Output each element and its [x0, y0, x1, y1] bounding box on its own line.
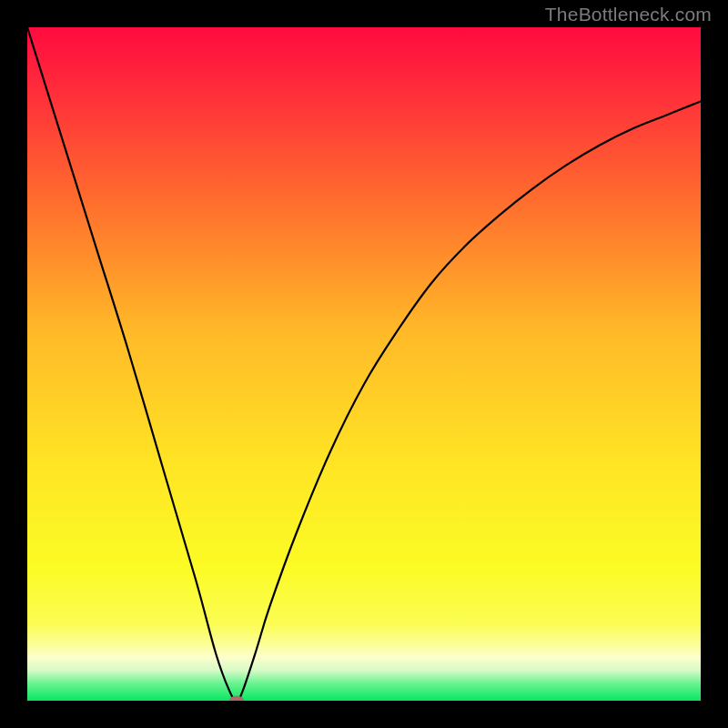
plot-area	[27, 27, 701, 701]
watermark-text: TheBottleneck.com	[545, 4, 712, 25]
bottleneck-curve	[27, 27, 701, 701]
minimum-marker	[229, 696, 244, 702]
chart-frame: TheBottleneck.com	[0, 0, 728, 728]
